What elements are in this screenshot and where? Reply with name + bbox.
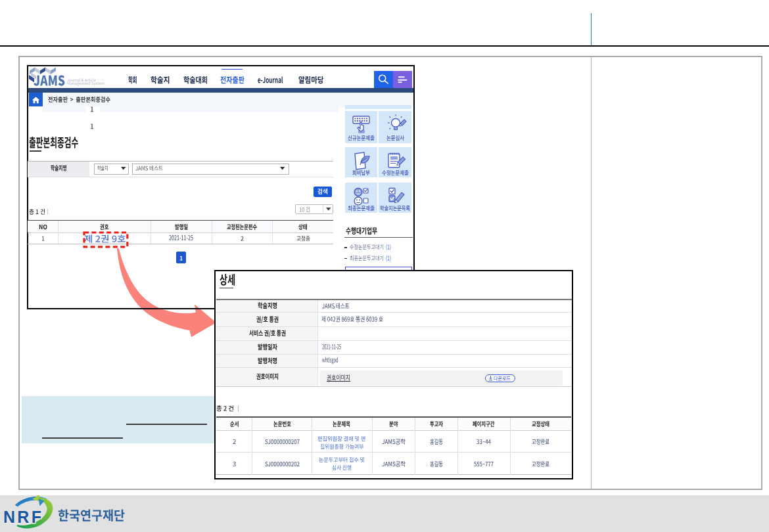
svg-text:NRF: NRF [3,508,41,526]
